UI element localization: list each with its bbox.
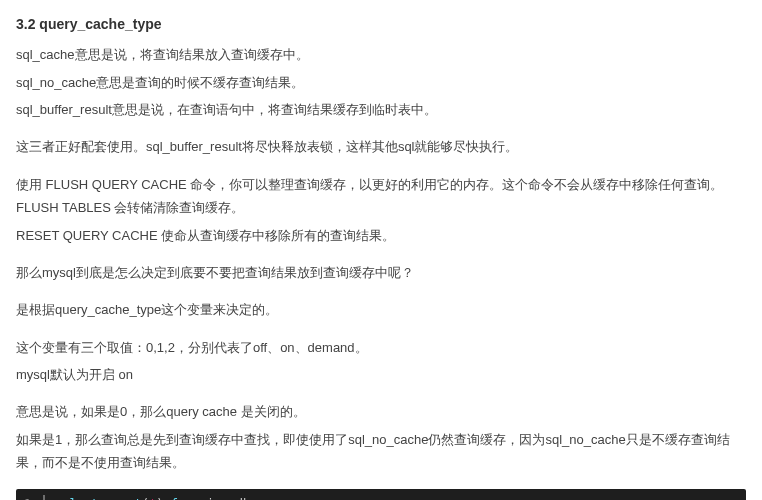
paragraph-line: mysql默认为开启 on [16,363,746,386]
code-content: select count(*) from innodb; [43,495,257,500]
paragraph-line: 是根据query_cache_type这个变量来决定的。 [16,298,746,321]
paragraph-line: 那么mysql到底是怎么决定到底要不要把查询结果放到查询缓存中呢？ [16,261,746,284]
paragraph-line: 意思是说，如果是0，那么query cache 是关闭的。 [16,400,746,423]
token-punc: ; [250,497,257,500]
token-id: innodb [207,497,250,500]
article-body: sql_cache意思是说，将查询结果放入查询缓存中。sql_no_cache意… [16,43,746,474]
paragraph-line: 使用 FLUSH QUERY CACHE 命令，你可以整理查询缓存，以更好的利用… [16,173,746,220]
token-fn: count [106,497,142,500]
paragraph-line: sql_cache意思是说，将查询结果放入查询缓存中。 [16,43,746,66]
paragraph-line: sql_no_cache意思是查询的时候不缓存查询结果。 [16,71,746,94]
token-kw: from [171,497,200,500]
paragraph-line: RESET QUERY CACHE 使命从查询缓存中移除所有的查询结果。 [16,224,746,247]
paragraph-line: 这三者正好配套使用。sql_buffer_result将尽快释放表锁，这样其他s… [16,135,746,158]
paragraph-line: 如果是1，那么查询总是先到查询缓存中查找，即使使用了sql_no_cache仍然… [16,428,746,475]
token-punc: ) [156,497,163,500]
paragraph-line: 这个变量有三个取值：0,1,2，分别代表了off、on、demand。 [16,336,746,359]
code-block: 1select count(*) from innodb;21 row in s… [16,489,746,500]
line-number: 1 [16,495,44,500]
code-line: 1select count(*) from innodb; [16,495,746,500]
token-punc: ( [142,497,149,500]
paragraph-line: sql_buffer_result意思是说，在查询语句中，将查询结果缓存到临时表… [16,98,746,121]
section-heading: 3.2 query_cache_type [16,12,746,37]
token-kw: select [55,497,98,500]
